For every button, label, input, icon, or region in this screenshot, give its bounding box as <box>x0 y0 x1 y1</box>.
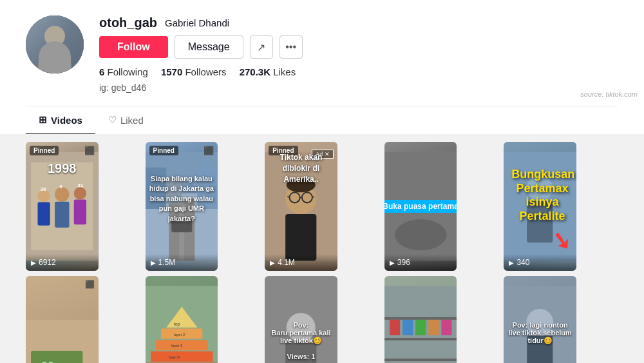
video-card-10[interactable]: Pov: lagi nonton live tiktok sebelum tid… <box>504 276 576 363</box>
svg-rect-66 <box>428 320 439 335</box>
video-grid-row1: 38 0 31 Pinned 1998 ⬛ ▶ 6912 <box>26 142 618 271</box>
following-count: 6 <box>99 66 104 77</box>
year-badge: 1998 <box>48 161 77 176</box>
svg-point-2 <box>44 26 65 46</box>
video-overlay-4: ▶ 396 <box>384 254 457 271</box>
pov-text-10: Pov: lagi nonton live tiktok sebelum tid… <box>507 321 573 345</box>
svg-text:38: 38 <box>41 186 46 192</box>
pinned-badge-1: Pinned <box>30 146 59 155</box>
content-area: 38 0 31 Pinned 1998 ⬛ ▶ 6912 <box>0 134 644 363</box>
tab-videos[interactable]: ⊞ Videos <box>26 106 95 135</box>
play-icon-4: ▶ <box>390 259 395 266</box>
view-count-5: 340 <box>516 258 529 267</box>
tabs-row: ⊞ Videos ♡ Liked <box>26 106 618 134</box>
followers-label: Followers <box>185 66 226 77</box>
video-card-3[interactable]: Pinned Ad ✕ Tiktok akan diblokir di Amer… <box>265 142 337 271</box>
video-card-9[interactable] <box>384 276 457 363</box>
view-count-3: 4.1M <box>278 258 295 267</box>
display-name: Gabriel Dhandi <box>165 17 229 28</box>
share-button[interactable]: ↗ <box>250 35 273 59</box>
username: otoh_gab <box>99 15 157 30</box>
video-card-5[interactable]: BungkusanPertamaxisinya Pertalite ➘ ▶ 34… <box>504 142 576 271</box>
likes-count: 270.3K <box>240 66 270 77</box>
follow-button[interactable]: Follow <box>99 36 168 58</box>
svg-text:31: 31 <box>77 182 83 188</box>
save-icon-2: ⬛ <box>204 146 214 155</box>
svg-rect-1 <box>26 15 84 74</box>
svg-text:0: 0 <box>59 184 62 190</box>
svg-rect-63 <box>390 320 400 335</box>
share-icon: ↗ <box>257 41 265 54</box>
yellow-text-5: BungkusanPertamaxisinya Pertalite <box>511 168 573 223</box>
video-overlay-1: ▶ 6912 <box>26 254 99 271</box>
video-grid-row2: 20 ⬛ top layer 2 layer <box>26 276 618 363</box>
video-card-7[interactable]: top layer 2 layer 3 layer 4 base layer <box>146 276 218 363</box>
view-count-1: 6912 <box>39 258 56 267</box>
avatar <box>26 15 84 74</box>
svg-rect-67 <box>441 320 451 335</box>
play-icon-1: ▶ <box>31 259 36 266</box>
highlight-box-4: Buka puasa pertama <box>384 200 457 213</box>
svg-rect-62 <box>384 358 457 361</box>
pov-text-8: Pov:Baru pertama kali live tiktok😊Views:… <box>269 321 334 360</box>
action-row: Follow Message ↗ ••• <box>99 35 618 59</box>
username-row: otoh_gab Gabriel Dhandi <box>99 15 618 30</box>
video-overlay-5: ▶ 340 <box>504 254 576 271</box>
source-label: source: tiktok.com <box>580 90 638 98</box>
profile-info: otoh_gab Gabriel Dhandi Follow Message ↗… <box>99 15 618 93</box>
video-text-3: Tiktok akan diblokir di Amerika.. <box>269 152 334 184</box>
svg-text:layer 4: layer 4 <box>169 355 180 359</box>
liked-tab-label: Liked <box>120 115 144 126</box>
svg-rect-8 <box>37 202 50 226</box>
video-card-6[interactable]: 20 ⬛ <box>26 276 99 363</box>
save-icon-1: ⬛ <box>84 146 95 155</box>
video-card-2[interactable]: Pinned Siapa bilang kalau hidup di Jakar… <box>146 142 218 271</box>
message-button[interactable]: Message <box>175 35 243 59</box>
svg-point-36 <box>395 219 446 250</box>
svg-rect-64 <box>402 320 413 335</box>
ig-link: ig: geb_d46 <box>99 83 618 93</box>
likes-stat[interactable]: 270.3K Likes <box>240 66 296 77</box>
tab-liked[interactable]: ♡ Liked <box>95 106 156 135</box>
view-count-2: 1.5M <box>158 258 176 267</box>
likes-label: Likes <box>273 66 296 77</box>
followers-stat[interactable]: 1570 Followers <box>161 66 227 77</box>
svg-text:20: 20 <box>41 360 54 363</box>
following-stat[interactable]: 6 Following <box>99 66 148 77</box>
video-overlay-2: ▶ 1.5M <box>146 254 218 271</box>
avatar-image <box>26 15 84 74</box>
profile-section: otoh_gab Gabriel Dhandi Follow Message ↗… <box>0 0 644 134</box>
video-card-4[interactable]: Buka puasa pertama ▶ 396 <box>384 142 457 271</box>
svg-rect-65 <box>415 320 426 335</box>
pinned-badge-2: Pinned <box>149 146 178 155</box>
play-icon-2: ▶ <box>151 259 156 266</box>
videos-tab-label: Videos <box>51 115 82 126</box>
liked-tab-icon: ♡ <box>108 114 117 126</box>
svg-rect-4 <box>42 53 68 74</box>
video-text-2: Siapa bilang kalau hidup di Jakarta ga b… <box>149 174 214 224</box>
followers-count: 1570 <box>161 66 182 77</box>
svg-text:layer 3: layer 3 <box>171 344 182 348</box>
svg-rect-10 <box>55 202 70 228</box>
video-card-8[interactable]: Pov:Baru pertama kali live tiktok😊Views:… <box>265 276 337 363</box>
svg-text:top: top <box>174 322 180 327</box>
profile-header: otoh_gab Gabriel Dhandi Follow Message ↗… <box>26 15 618 103</box>
svg-point-11 <box>74 187 86 199</box>
play-icon-5: ▶ <box>509 259 514 266</box>
video-card-1[interactable]: 38 0 31 Pinned 1998 ⬛ ▶ 6912 <box>26 142 99 271</box>
svg-rect-12 <box>74 200 86 225</box>
play-icon-3: ▶ <box>270 259 275 266</box>
video-overlay-3: ▶ 4.1M <box>265 254 337 271</box>
stats-row: 6 Following 1570 Followers 270.3K Likes <box>99 66 618 77</box>
svg-point-3 <box>38 53 71 74</box>
more-button[interactable]: ••• <box>279 35 303 59</box>
svg-rect-49 <box>151 351 213 362</box>
svg-rect-60 <box>384 317 457 320</box>
svg-rect-61 <box>384 338 457 340</box>
svg-rect-42 <box>31 351 82 363</box>
svg-text:layer 2: layer 2 <box>174 333 185 337</box>
following-label: Following <box>108 66 148 77</box>
videos-tab-icon: ⊞ <box>39 114 47 126</box>
more-icon: ••• <box>285 41 296 53</box>
save-icon-6: ⬛ <box>85 280 95 289</box>
